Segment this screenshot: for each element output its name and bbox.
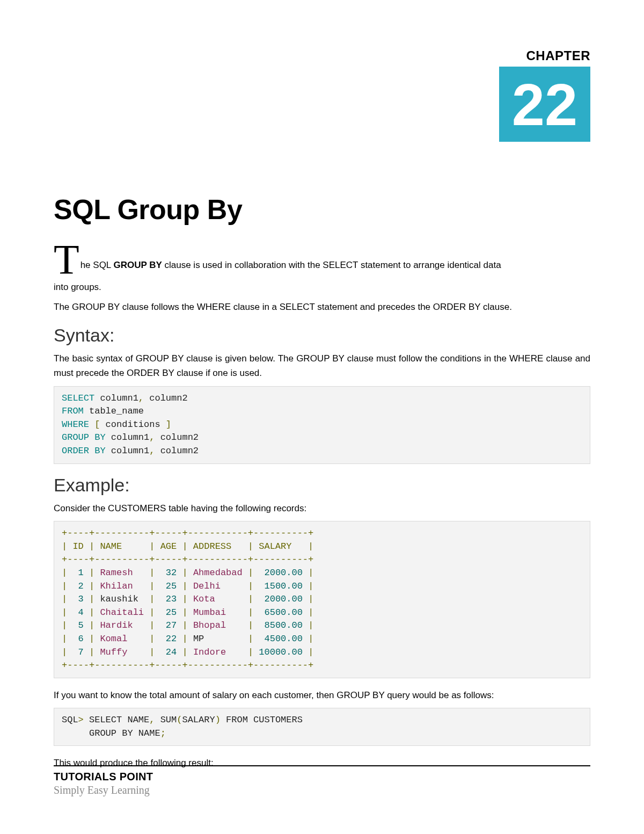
page-title: SQL Group By (54, 193, 590, 226)
syntax-codeblock: SELECT column1, column2 FROM table_name … (54, 386, 590, 464)
syntax-desc: The basic syntax of GROUP BY clause is g… (54, 351, 590, 380)
paragraph-1: The GROUP BY clause follows the WHERE cl… (54, 300, 590, 314)
chapter-badge: CHAPTER 22 (499, 48, 590, 142)
chapter-label: CHAPTER (499, 48, 590, 63)
chapter-number: 22 (499, 67, 590, 142)
intro-line2: into groups. (54, 280, 590, 294)
intro-bold: GROUP BY (113, 260, 162, 270)
syntax-heading: Syntax: (54, 325, 590, 346)
footer-title: TUTORIALS POINT (54, 771, 590, 783)
intro-text-a: he SQL (80, 260, 114, 270)
example-heading: Example: (54, 475, 590, 496)
page-footer: TUTORIALS POINT Simply Easy Learning (54, 765, 590, 796)
intro-text-b: clause is used in collaboration with the… (162, 260, 501, 270)
intro-paragraph: The SQL GROUP BY clause is used in colla… (54, 247, 590, 277)
footer-subtitle: Simply Easy Learning (54, 784, 590, 796)
example-para2: If you want to know the total amount of … (54, 688, 590, 702)
dropcap: T (54, 247, 79, 272)
example-desc: Consider the CUSTOMERS table having the … (54, 501, 590, 516)
example-table-codeblock: +----+----------+-----+-----------+-----… (54, 521, 590, 678)
example-query-codeblock: SQL> SELECT NAME, SUM(SALARY) FROM CUSTO… (54, 708, 590, 746)
